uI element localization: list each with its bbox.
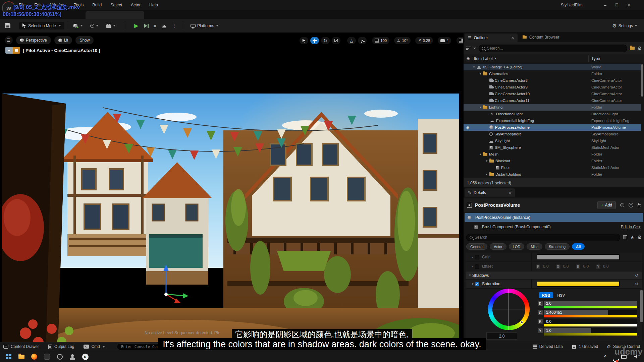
close-button[interactable]: [627, 3, 630, 7]
cinematics-button[interactable]: [104, 22, 118, 29]
outliner-row[interactable]: FloorStaticMeshActor: [464, 164, 641, 171]
unreal-engine-taskbar-icon[interactable]: u: [81, 353, 89, 361]
outliner-search[interactable]: [479, 45, 627, 52]
saturation-color-bar[interactable]: [537, 281, 620, 287]
component-row-instance[interactable]: PostProcessVolume (Instance): [465, 213, 643, 222]
move-tool-icon[interactable]: [310, 37, 319, 44]
blueprint-icon[interactable]: [620, 203, 624, 207]
offset-checkbox[interactable]: [475, 264, 479, 269]
slider-track-B[interactable]: 0.0: [544, 319, 637, 326]
outliner-row[interactable]: DirectionalLightDirectionalLight: [464, 111, 641, 117]
outliner-row[interactable]: ▾DistantBuildingFolder: [464, 171, 641, 178]
surface-snap-icon[interactable]: [358, 37, 367, 44]
saturation-checkbox[interactable]: ✓: [475, 282, 479, 286]
expander-icon[interactable]: ▾: [484, 159, 489, 163]
slider-row-R[interactable]: R2.0: [538, 301, 637, 308]
file-explorer-icon[interactable]: [17, 353, 25, 361]
offset-value-R[interactable]: 0.0: [543, 264, 549, 269]
perspective-dropdown[interactable]: Perspective: [16, 36, 51, 44]
outliner-row[interactable]: ▾CinematicsFolder: [464, 70, 641, 77]
media-app-icon[interactable]: [56, 353, 64, 361]
color-wheel[interactable]: [488, 289, 530, 330]
app-window-icon[interactable]: [43, 353, 51, 361]
play-options-icon[interactable]: [172, 23, 177, 28]
stop-piloting-icon[interactable]: [5, 47, 13, 54]
view-mode-dropdown[interactable]: Lit: [54, 36, 72, 44]
play-button[interactable]: [134, 23, 138, 28]
outliner-row[interactable]: ExponentialHeightFogExponentialHeightFog: [464, 117, 641, 124]
world-transform-icon[interactable]: △: [347, 37, 356, 44]
outliner-row[interactable]: CineCameraActor11CineCameraActor: [464, 97, 641, 104]
display-filter-icon[interactable]: [623, 235, 627, 239]
menu-actor[interactable]: Actor: [131, 3, 141, 7]
details-search-input[interactable]: [475, 235, 617, 240]
slider-row-G[interactable]: G1.400451: [538, 310, 637, 317]
rotate-tool-icon[interactable]: [321, 37, 330, 44]
slider-track-G[interactable]: 1.400451: [544, 310, 637, 317]
category-pill-lod[interactable]: LOD: [509, 243, 525, 250]
outliner-row[interactable]: PostProcessVolumePostProcessVolume: [464, 124, 641, 131]
select-tool-icon[interactable]: [300, 37, 308, 44]
firefox-icon[interactable]: [30, 353, 38, 361]
property-row-gain[interactable]: Gain: [466, 253, 642, 262]
outliner-row[interactable]: ▾MeshFolder: [464, 151, 641, 158]
column-type[interactable]: Type: [591, 56, 600, 61]
pilot-camera-icon[interactable]: [13, 47, 20, 54]
lock-icon[interactable]: [638, 204, 641, 207]
show-dropdown[interactable]: Show: [75, 36, 94, 44]
eject-button[interactable]: [162, 25, 166, 27]
scale-tool-icon[interactable]: [332, 37, 340, 44]
windows-start-icon[interactable]: [5, 353, 13, 361]
outliner-scrollbar[interactable]: [641, 64, 643, 97]
tab-outliner[interactable]: ☰ Outliner: [465, 34, 518, 42]
scale-snap-control[interactable]: 0.25: [415, 37, 433, 44]
menu-help[interactable]: Help: [149, 3, 158, 7]
visibility-column-eye-icon[interactable]: [467, 57, 470, 60]
expander-icon[interactable]: ▾: [472, 65, 476, 69]
property-row-saturation[interactable]: ✓ Saturation: [466, 280, 642, 289]
section-shadows[interactable]: Shadows: [466, 272, 642, 280]
hsv-mode-tab[interactable]: HSV: [557, 293, 565, 297]
rgb-mode-tab[interactable]: RGB: [539, 292, 553, 298]
tray-expand-icon[interactable]: ^: [604, 354, 606, 359]
favorites-star-icon[interactable]: [630, 235, 635, 240]
grid-snap-control[interactable]: 100: [372, 37, 389, 44]
gain-checkbox[interactable]: [475, 255, 479, 259]
chevron-down-icon[interactable]: [473, 48, 476, 49]
settings-dropdown[interactable]: Settings: [610, 22, 639, 29]
close-icon[interactable]: [511, 36, 514, 40]
add-actor-button[interactable]: +: [71, 21, 85, 31]
component-row-brush[interactable]: BrushComponent (BrushComponent0) Edit in…: [465, 223, 643, 231]
level-viewport[interactable]: ☰ Perspective Lit Show △ 100: [0, 33, 463, 342]
category-pill-actor[interactable]: Actor: [490, 243, 506, 250]
contacts-icon[interactable]: [68, 353, 76, 361]
tab-content-browser[interactable]: Content Browser: [522, 35, 559, 40]
help-icon[interactable]: [629, 203, 633, 207]
filter-icon[interactable]: [466, 47, 471, 50]
viewport-scene[interactable]: [2, 94, 459, 361]
menu-select[interactable]: Select: [110, 3, 122, 7]
minimize-button[interactable]: –: [604, 2, 606, 8]
outliner-row[interactable]: CineCameraActor8CineCameraActor: [464, 77, 641, 84]
editor-tab[interactable]: [86, 11, 144, 19]
details-settings-gear-icon[interactable]: [637, 235, 642, 240]
expander-icon[interactable]: ▾: [478, 72, 483, 75]
maximize-button[interactable]: ❐: [615, 3, 619, 7]
blueprints-button[interactable]: [88, 22, 101, 29]
outliner-row[interactable]: CineCameraActor9CineCameraActor: [464, 84, 641, 90]
reset-icon[interactable]: [635, 282, 638, 286]
expander-icon[interactable]: ▾: [478, 153, 483, 156]
details-search[interactable]: [466, 234, 620, 241]
offset-value-Y[interactable]: 0.0: [603, 264, 609, 269]
frame-skip-icon[interactable]: [144, 24, 147, 28]
details-scrollbar[interactable]: [640, 290, 643, 322]
stop-button[interactable]: [153, 23, 156, 28]
reset-icon[interactable]: [635, 274, 638, 278]
outliner-row[interactable]: SkyLightSkyLight: [464, 137, 641, 144]
eye-icon[interactable]: [466, 126, 470, 129]
viewport-options-icon[interactable]: ☰: [5, 36, 13, 44]
category-pill-general[interactable]: General: [466, 243, 487, 250]
slider-track-R[interactable]: 2.0: [544, 301, 637, 308]
tab-details[interactable]: Details: [465, 188, 515, 197]
expander-icon[interactable]: ▾: [478, 106, 483, 109]
